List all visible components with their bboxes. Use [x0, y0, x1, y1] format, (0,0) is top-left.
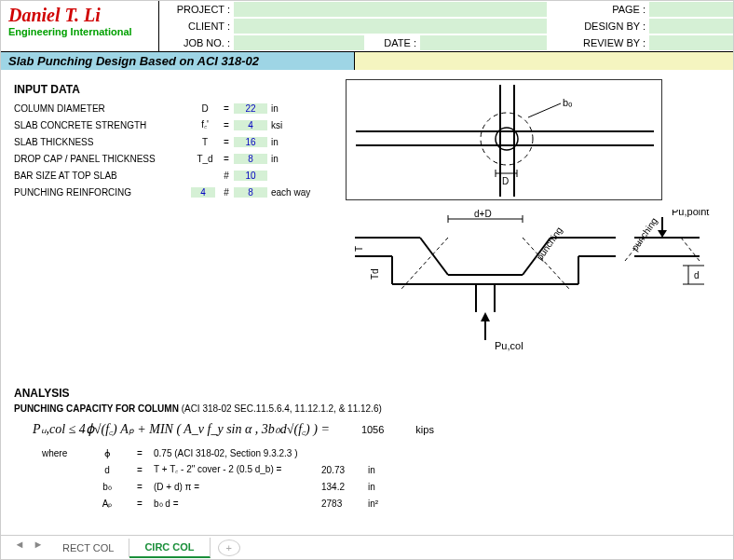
unit: each way — [271, 187, 327, 198]
designby-label: DESIGN BY : — [547, 20, 649, 32]
jobno-label: JOB NO. : — [159, 37, 234, 48]
ana-sub-ref: (ACI 318-02 SEC.11.5.6.4, 11.12.1.2, & 1… — [179, 403, 382, 414]
label: COLUMN DIAMETER — [14, 103, 191, 114]
designby-input[interactable] — [649, 19, 733, 34]
tab-add-button[interactable]: + — [218, 540, 240, 556]
svg-point-5 — [481, 113, 533, 165]
w-val: 2783 — [321, 499, 368, 509]
value-input[interactable]: 22 — [234, 103, 267, 114]
value-input[interactable]: 8 — [234, 154, 267, 164]
title-bar: Slab Punching Design Based on ACI 318-02 — [1, 52, 733, 70]
company-name: Daniel T. Li — [8, 5, 151, 26]
label: PUNCHING REINFORCING — [14, 187, 191, 198]
plan-svg: b₀ D — [347, 80, 663, 201]
client-input[interactable] — [234, 19, 547, 34]
punching-label: punching — [535, 225, 564, 263]
title-right-fill — [355, 52, 733, 70]
formula-val: 1056 — [361, 424, 384, 435]
section-diagram: d+D T Td punching Pu,col Pu,point punchi… — [346, 210, 718, 368]
date-label: DATE : — [364, 37, 420, 48]
unit: ksi — [271, 120, 327, 130]
page-label: PAGE : — [547, 4, 649, 15]
w-unit: in² — [368, 499, 405, 509]
jobno-input[interactable] — [234, 35, 364, 50]
header-right: PAGE : DESIGN BY : REVIEW BY : — [547, 1, 733, 51]
eq: = — [219, 103, 234, 114]
content: INPUT DATA COLUMN DIAMETER D = 22 in SLA… — [1, 70, 733, 519]
pucol-label: Pu,col — [495, 340, 523, 351]
ana-sub-bold: PUNCHING CAPACITY FOR COLUMN — [14, 403, 179, 414]
w-val: 20.73 — [321, 465, 368, 475]
formula-lhs: Pᵤ,col ≤ 4ϕ√(f꜀) Aₚ + MIN ( A_v f_y sin … — [33, 421, 330, 437]
analysis-heading: ANALYSIS — [14, 387, 720, 400]
d-label: d — [694, 270, 700, 280]
formula: Pᵤ,col ≤ 4ϕ√(f꜀) Aₚ + MIN ( A_v f_y sin … — [33, 421, 701, 437]
svg-marker-27 — [481, 312, 490, 321]
w-expr: 0.75 (ACI 318-02, Section 9.3.2.3 ) — [154, 448, 396, 458]
b0-label: b₀ — [563, 97, 573, 108]
T-label: T — [354, 246, 364, 252]
w-sym: Aₚ — [88, 499, 126, 509]
punching-label2: punching — [630, 216, 659, 253]
date-input[interactable] — [420, 35, 547, 50]
unit: in — [271, 137, 327, 147]
D-label: D — [502, 176, 509, 186]
tab-rect-col[interactable]: RECT COL — [48, 539, 129, 557]
w-expr: (D + d) π = — [154, 482, 321, 492]
value-input[interactable]: 4 — [234, 120, 267, 130]
value-input[interactable]: 8 — [234, 187, 267, 198]
label: SLAB THICKNESS — [14, 137, 191, 147]
label: SLAB CONCRETE STRENGTH — [14, 120, 191, 130]
header-mid: PROJECT : CLIENT : JOB NO. : DATE : — [159, 1, 547, 51]
symbol: T — [191, 137, 219, 147]
logo-cell: Daniel T. Li Engineering International — [1, 1, 159, 51]
pupoint-label: Pu,point — [672, 210, 709, 217]
eq: # — [219, 171, 234, 181]
w-eq: = — [126, 499, 154, 509]
where-block: where ϕ = 0.75 (ACI 318-02, Section 9.3.… — [42, 444, 720, 512]
value-input-pre[interactable]: 4 — [191, 187, 215, 198]
header: Daniel T. Li Engineering International P… — [1, 1, 733, 52]
svg-line-10 — [420, 238, 448, 275]
eq: = — [219, 120, 234, 130]
Td-label: Td — [370, 268, 380, 280]
w-eq: = — [126, 482, 154, 492]
w-expr: b₀ d = — [154, 499, 321, 509]
formula-unit: kips — [415, 424, 434, 435]
unit: in — [271, 154, 327, 164]
w-sym: b₀ — [88, 482, 126, 492]
section-svg: d+D T Td punching Pu,col Pu,point punchi… — [346, 210, 718, 368]
w-sym: ϕ — [88, 448, 126, 458]
symbol: T_d — [191, 154, 219, 164]
sheet-tabs: ◄ ► RECT COL CIRC COL + — [1, 535, 733, 559]
svg-line-31 — [681, 238, 700, 261]
company-sub: Engineering International — [8, 26, 151, 37]
project-label: PROJECT : — [159, 4, 234, 15]
dD-label: d+D — [474, 210, 492, 219]
label: DROP CAP / PANEL THICKNESS — [14, 154, 191, 164]
w-unit: in — [368, 465, 405, 475]
eq: # — [219, 187, 234, 198]
svg-marker-33 — [658, 230, 667, 238]
w-unit: in — [368, 482, 405, 492]
plan-diagram: b₀ D — [346, 79, 662, 200]
w-expr: T + T꜀ - 2" cover - 2 (0.5 d_b) = — [154, 464, 321, 475]
eq: = — [219, 154, 234, 164]
sheet-title: Slab Punching Design Based on ACI 318-02 — [1, 52, 355, 70]
analysis-sub: PUNCHING CAPACITY FOR COLUMN (ACI 318-02… — [14, 403, 720, 414]
reviewby-input[interactable] — [649, 35, 733, 50]
w-eq: = — [126, 465, 154, 475]
page-input[interactable] — [649, 2, 733, 17]
tab-nav-next[interactable]: ► — [29, 539, 48, 557]
analysis: ANALYSIS PUNCHING CAPACITY FOR COLUMN (A… — [14, 387, 720, 512]
w-sym: d — [88, 465, 126, 475]
tab-circ-col[interactable]: CIRC COL — [129, 538, 210, 558]
client-label: CLIENT : — [159, 20, 234, 32]
where-label: where — [42, 448, 88, 458]
tab-nav-prev[interactable]: ◄ — [10, 539, 29, 557]
value-input[interactable]: 10 — [234, 171, 267, 181]
project-input[interactable] — [234, 2, 547, 17]
w-eq: = — [126, 448, 154, 458]
eq: = — [219, 137, 234, 147]
value-input[interactable]: 16 — [234, 137, 267, 147]
